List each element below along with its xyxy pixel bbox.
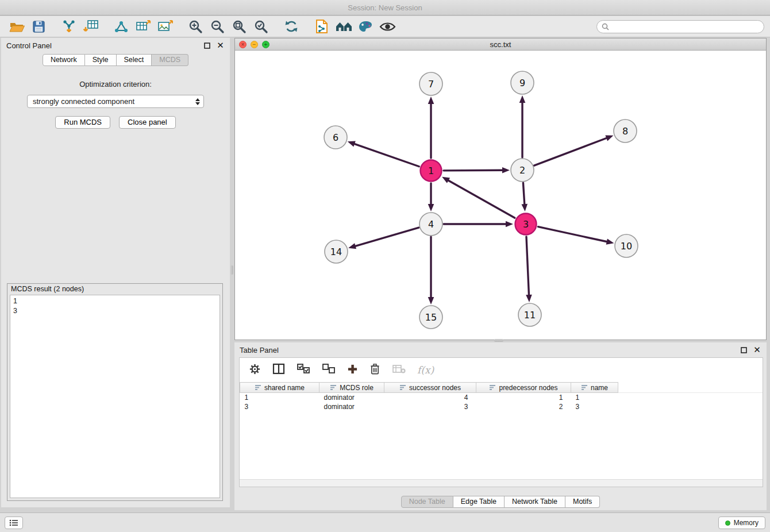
vertical-splitter-handle[interactable]: [230, 265, 233, 275]
float-table-panel-icon[interactable]: [740, 346, 748, 354]
delete-row-button[interactable]: [369, 363, 380, 377]
tab-motifs[interactable]: Motifs: [565, 496, 600, 508]
import-network-file-button[interactable]: [58, 18, 80, 36]
node-label: 11: [524, 310, 536, 321]
edge-1-2[interactable]: [444, 170, 503, 171]
node-15[interactable]: 15: [419, 306, 442, 329]
import-network-file-icon: [61, 19, 77, 34]
export-table-button[interactable]: [132, 18, 154, 36]
table-cell[interactable]: 2: [476, 402, 571, 411]
open-session-button[interactable]: [6, 18, 28, 36]
edge-4-14[interactable]: [355, 228, 419, 246]
network-graph[interactable]: 7968124314101511: [235, 51, 766, 340]
tab-style[interactable]: Style: [85, 54, 117, 66]
zoom-in-icon: [188, 19, 203, 34]
table-cell[interactable]: 3: [571, 402, 618, 411]
edge-arrowhead: [526, 295, 532, 302]
zoom-in-button[interactable]: [184, 18, 206, 36]
minimize-window-icon[interactable]: −: [251, 41, 258, 48]
table-row[interactable]: 1dominator411: [240, 393, 763, 402]
tab-mcds[interactable]: MCDS: [152, 54, 188, 66]
add-column-button[interactable]: [347, 364, 358, 376]
column-header-mcds-role[interactable]: MCDS role: [319, 383, 384, 393]
tab-select[interactable]: Select: [117, 54, 152, 66]
show-log-button[interactable]: [5, 516, 23, 529]
tab-edge-table[interactable]: Edge Table: [453, 496, 505, 508]
node-6[interactable]: 6: [324, 126, 347, 149]
export-network-button[interactable]: [110, 18, 132, 36]
mcds-result-list[interactable]: 13: [10, 295, 220, 498]
edge-2-8[interactable]: [534, 138, 608, 165]
column-header-shared-name[interactable]: shared name: [240, 383, 319, 393]
search-input[interactable]: [612, 22, 759, 31]
import-table-file-button[interactable]: [80, 18, 102, 36]
home-button[interactable]: [333, 18, 355, 36]
node-8[interactable]: 8: [614, 119, 637, 142]
network-window-titlebar[interactable]: × − + scc.txt: [235, 38, 766, 51]
list-icon: [9, 519, 18, 526]
style-button[interactable]: [355, 18, 376, 36]
table-cell[interactable]: 1: [571, 393, 618, 402]
close-panel-button[interactable]: Close panel: [119, 116, 176, 129]
close-table-panel-icon[interactable]: ✕: [753, 346, 761, 354]
edge-3-11[interactable]: [526, 237, 529, 296]
tab-network-table[interactable]: Network Table: [505, 496, 565, 508]
node-3[interactable]: 3: [515, 214, 537, 235]
criterion-dropdown[interactable]: strongly connected component: [27, 95, 204, 108]
float-panel-icon[interactable]: [203, 41, 211, 50]
edge-3-1[interactable]: [448, 180, 515, 218]
memory-status-icon: [725, 521, 730, 526]
table-row[interactable]: 3dominator323: [240, 402, 763, 411]
select-all-button[interactable]: [297, 363, 310, 376]
table-cell[interactable]: 3: [384, 402, 476, 411]
column-header-name[interactable]: name: [571, 383, 618, 393]
node-4[interactable]: 4: [419, 213, 442, 236]
node-1[interactable]: 1: [421, 160, 442, 182]
column-header-successor-nodes[interactable]: successor nodes: [384, 383, 476, 393]
zoom-selected-button[interactable]: [250, 18, 272, 36]
network-canvas[interactable]: 7968124314101511: [235, 51, 766, 340]
edge-1-6[interactable]: [353, 144, 419, 167]
table-cell[interactable]: 3: [240, 402, 319, 411]
delete-column-button[interactable]: [392, 364, 406, 376]
node-14[interactable]: 14: [325, 240, 348, 263]
node-10[interactable]: 10: [615, 234, 638, 257]
node-9[interactable]: 9: [511, 71, 534, 94]
save-session-button[interactable]: [28, 18, 49, 36]
close-window-icon[interactable]: ×: [239, 41, 247, 48]
maximize-window-icon[interactable]: +: [262, 41, 270, 48]
table-cell[interactable]: 1: [476, 393, 571, 402]
table-settings-button[interactable]: [249, 363, 261, 377]
zoom-fit-button[interactable]: [228, 18, 250, 36]
window-titlebar[interactable]: Session: New Session: [0, 0, 770, 16]
eye-icon: [379, 21, 396, 33]
table-cell[interactable]: 1: [240, 393, 319, 402]
close-panel-icon[interactable]: ✕: [216, 41, 225, 50]
tab-network[interactable]: Network: [43, 54, 85, 66]
table-cell[interactable]: dominator: [319, 402, 384, 411]
export-image-button[interactable]: [154, 18, 176, 36]
search-field[interactable]: [596, 20, 764, 33]
table-panel-tabs: Node Table Edge Table Network Table Moti…: [234, 496, 767, 508]
memory-button[interactable]: Memory: [718, 516, 765, 529]
table-cell[interactable]: dominator: [319, 393, 384, 402]
table-horizontal-scrollbar[interactable]: [240, 479, 763, 487]
edge-3-10[interactable]: [538, 227, 607, 242]
tab-node-table[interactable]: Node Table: [401, 496, 453, 508]
table-cell[interactable]: 4: [384, 393, 476, 402]
node-11[interactable]: 11: [518, 303, 541, 326]
zoom-out-button[interactable]: [206, 18, 228, 36]
node-7[interactable]: 7: [419, 72, 442, 95]
column-header-predecessor-nodes[interactable]: predecessor nodes: [476, 383, 571, 393]
document-share-button[interactable]: [311, 18, 333, 36]
edge-2-3[interactable]: [523, 183, 524, 205]
deselect-all-button[interactable]: [322, 363, 336, 376]
show-hide-button[interactable]: [376, 18, 398, 36]
node-2[interactable]: 2: [511, 159, 534, 182]
refresh-button[interactable]: [280, 18, 302, 36]
show-columns-button[interactable]: [272, 363, 285, 376]
run-mcds-button[interactable]: Run MCDS: [55, 116, 110, 129]
horizontal-splitter-handle[interactable]: [494, 339, 503, 342]
table-cell-filler: [618, 393, 763, 402]
function-builder-button[interactable]: f(x): [417, 364, 434, 376]
